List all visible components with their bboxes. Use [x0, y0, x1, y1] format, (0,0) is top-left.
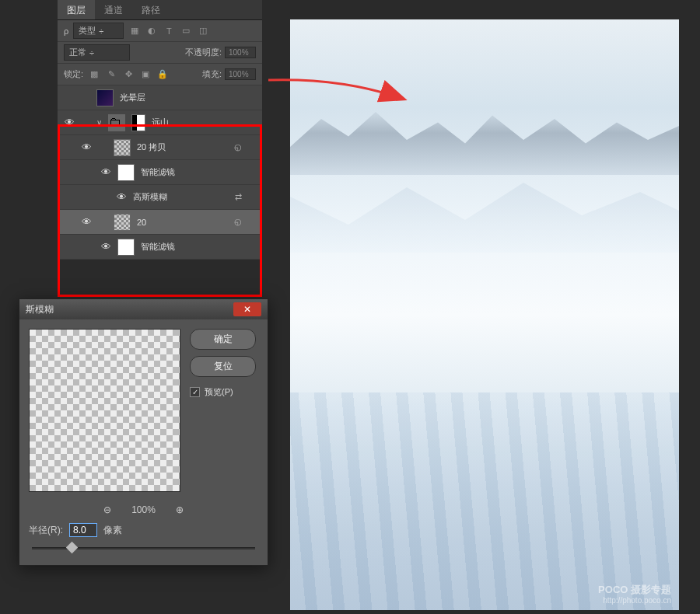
chevron-down-icon[interactable]: ∨ — [96, 118, 102, 127]
layers-panel: 图层 通道 路径 ρ 类型÷ ▦ ◐ T ▭ ◫ 正常÷ 不透明度: 100% … — [58, 0, 262, 260]
radius-label: 半径(R): — [29, 524, 63, 537]
visibility-toggle[interactable]: 👁 — [64, 117, 75, 128]
fill-value[interactable]: 100% — [225, 68, 256, 80]
mask-thumb — [131, 114, 145, 131]
ice-foreground — [290, 392, 679, 610]
filter-gaussian-blur[interactable]: 👁 高斯模糊 ⇄ — [58, 185, 262, 210]
ok-button[interactable]: 确定 — [190, 329, 256, 350]
zoom-level: 100% — [131, 504, 156, 515]
smart-filters-row[interactable]: 👁 智能滤镜 — [58, 160, 262, 185]
filter-settings-icon[interactable]: ⇄ — [235, 192, 242, 202]
visibility-toggle[interactable]: 👁 — [116, 192, 127, 203]
visibility-toggle[interactable]: 👁 — [100, 242, 111, 253]
lock-position-icon[interactable]: ✥ — [122, 68, 135, 81]
filter-shape-icon[interactable]: ▭ — [180, 25, 192, 37]
canvas-preview: POCO 摄影专题 http://photo.poco.cn — [290, 19, 679, 610]
preview-checkbox[interactable]: ✓ — [190, 387, 200, 397]
lock-artboard-icon[interactable]: ▣ — [139, 68, 152, 81]
slider-thumb[interactable] — [66, 542, 79, 554]
layer-thumb — [114, 139, 131, 156]
layers-list: 光晕层 👁 ∨ 🗀 远山 👁 20 拷贝 ◵ 👁 智能滤镜 — [58, 85, 262, 260]
preview-label: 预览(P) — [205, 386, 233, 398]
tab-channels[interactable]: 通道 — [95, 0, 132, 19]
lock-all-icon[interactable]: 🔒 — [156, 68, 169, 81]
filter-smart-icon[interactable]: ◫ — [197, 25, 209, 37]
visibility-toggle[interactable]: 👁 — [81, 142, 92, 153]
filter-pixel-icon[interactable]: ▦ — [128, 25, 141, 37]
zoom-in-icon[interactable]: ⊕ — [176, 504, 184, 515]
layer-20-copy[interactable]: 👁 20 拷贝 ◵ — [58, 135, 262, 160]
radius-slider[interactable] — [32, 540, 255, 556]
smart-object-icon: ◵ — [234, 217, 242, 227]
filter-type-icon[interactable]: T — [163, 25, 175, 37]
filter-row: ρ 类型÷ ▦ ◐ T ▭ ◫ — [58, 20, 262, 42]
layer-glow[interactable]: 光晕层 — [58, 85, 262, 110]
filter-kind-dropdown[interactable]: 类型÷ — [73, 23, 124, 39]
folder-icon: 🗀 — [108, 114, 125, 131]
tab-layers[interactable]: 图层 — [58, 0, 95, 19]
mountains-far — [290, 105, 679, 175]
radius-unit: 像素 — [103, 524, 122, 537]
layer-thumb — [114, 214, 131, 231]
layer-group-mountains[interactable]: 👁 ∨ 🗀 远山 — [58, 110, 262, 135]
lock-pixels-icon[interactable]: ✎ — [105, 68, 117, 81]
opacity-value[interactable]: 100% — [225, 47, 256, 58]
layer-thumb — [96, 89, 114, 106]
radius-input[interactable] — [69, 523, 97, 537]
watermark: POCO 摄影专题 http://photo.poco.cn — [598, 584, 671, 605]
blur-preview[interactable] — [29, 329, 180, 492]
zoom-out-icon[interactable]: ⊖ — [103, 504, 111, 515]
fill-label: 填充: — [202, 68, 222, 80]
opacity-label: 不透明度: — [185, 47, 222, 58]
smart-object-icon: ◵ — [234, 142, 242, 152]
blend-row: 正常÷ 不透明度: 100% — [58, 42, 262, 64]
filter-mask-thumb — [117, 164, 135, 181]
visibility-toggle[interactable]: 👁 — [100, 167, 111, 178]
visibility-toggle[interactable] — [64, 92, 75, 103]
dialog-titlebar[interactable]: 斯模糊 ✕ — [19, 299, 268, 319]
filter-mask-thumb — [117, 239, 135, 256]
panel-tabs: 图层 通道 路径 — [58, 0, 262, 20]
gaussian-blur-dialog: 斯模糊 ✕ 确定 复位 ✓ 预览(P) ⊖ 100% ⊕ 半径(R): 像素 — [19, 298, 268, 566]
filter-adjust-icon[interactable]: ◐ — [145, 25, 158, 37]
layer-20[interactable]: 👁 20 ◵ — [58, 210, 262, 235]
close-button[interactable]: ✕ — [233, 302, 261, 316]
lock-transparent-icon[interactable]: ▩ — [88, 68, 100, 81]
smart-filters-row-2[interactable]: 👁 智能滤镜 — [58, 235, 262, 260]
visibility-toggle[interactable]: 👁 — [81, 217, 92, 228]
tab-paths[interactable]: 路径 — [132, 0, 170, 19]
reset-button[interactable]: 复位 — [190, 356, 256, 377]
lock-row: 锁定: ▩ ✎ ✥ ▣ 🔒 填充: 100% — [58, 64, 262, 85]
blend-mode-dropdown[interactable]: 正常÷ — [64, 44, 130, 61]
